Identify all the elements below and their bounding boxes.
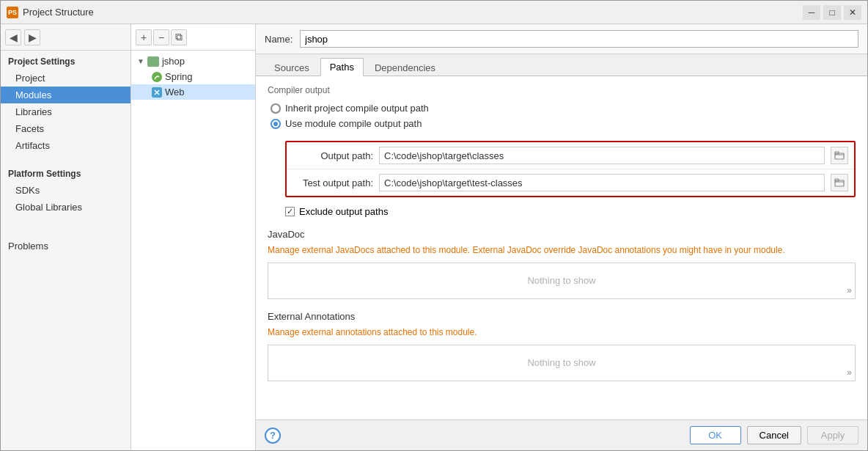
- sidebar-item-label-project: Project: [15, 73, 45, 84]
- apply-button[interactable]: Apply: [807, 426, 858, 444]
- panel-content: Compiler output Inherit project compile …: [256, 76, 867, 419]
- output-path-row: Output path:: [287, 142, 854, 169]
- tree-item-label-spring: Spring: [165, 71, 193, 82]
- sidebar-item-project[interactable]: Project: [1, 70, 130, 87]
- right-panel: Name: Sources Paths Dependencies Compile…: [256, 24, 867, 450]
- exclude-checkbox[interactable]: [285, 207, 295, 216]
- javadoc-empty-box: Nothing to show »: [268, 263, 856, 299]
- sidebar-item-modules[interactable]: Modules: [1, 87, 130, 103]
- tree-item-web[interactable]: Web: [131, 84, 255, 100]
- javadoc-desc: Manage external JavaDocs attached to thi…: [268, 244, 856, 257]
- main-window: PS Project Structure ─ □ ✕ ◀ ▶ Project S…: [0, 0, 868, 451]
- javadoc-expand-icon[interactable]: »: [847, 285, 852, 296]
- exclude-checkbox-row: Exclude output paths: [285, 206, 856, 217]
- output-path-input[interactable]: [379, 147, 825, 164]
- minimize-button[interactable]: ─: [803, 5, 820, 20]
- tree-item-label-web: Web: [165, 87, 185, 98]
- tree-arrow-icon: ▼: [137, 57, 144, 65]
- tree-toolbar: + − ⧉: [131, 24, 255, 51]
- tab-sources[interactable]: Sources: [265, 59, 319, 76]
- tree-add-button[interactable]: +: [136, 29, 152, 45]
- ext-annotations-empty-text: Nothing to show: [527, 357, 595, 368]
- sidebar-item-problems[interactable]: Problems: [1, 238, 130, 254]
- compiler-output-title: Compiler output: [268, 85, 856, 95]
- tree-item-spring[interactable]: Spring: [131, 69, 255, 84]
- test-output-browse-button[interactable]: [831, 174, 848, 191]
- app-icon: PS: [7, 7, 18, 18]
- window-title: Project Structure: [23, 7, 803, 18]
- javadoc-empty-text: Nothing to show: [527, 275, 595, 286]
- tab-dependencies[interactable]: Dependencies: [365, 59, 445, 76]
- sidebar-item-facets[interactable]: Facets: [1, 120, 130, 137]
- project-settings-title: Project Settings: [1, 51, 130, 70]
- tree-copy-button[interactable]: ⧉: [171, 29, 187, 45]
- sidebar-item-sdks[interactable]: SDKs: [1, 182, 130, 199]
- sidebar-item-artifacts[interactable]: Artifacts: [1, 137, 130, 154]
- ext-annotations-section: External Annotations Manage external ann…: [268, 311, 856, 381]
- test-output-path-row: Test output path:: [287, 169, 854, 196]
- name-input[interactable]: [300, 30, 858, 48]
- close-button[interactable]: ✕: [844, 5, 861, 20]
- exclude-label: Exclude output paths: [299, 206, 388, 217]
- ext-annotations-title: External Annotations: [268, 311, 856, 322]
- test-output-path-input[interactable]: [379, 174, 825, 191]
- radio-inherit-circle: [271, 103, 281, 114]
- nav-forward-button[interactable]: ▶: [24, 29, 40, 45]
- sidebar-item-label-problems: Problems: [8, 241, 48, 252]
- radio-use-module[interactable]: Use module compile output path: [271, 118, 856, 129]
- tree-item-jshop[interactable]: ▼ jshop: [131, 54, 255, 69]
- sidebar-item-global-libraries[interactable]: Global Libraries: [1, 199, 130, 216]
- ext-annotations-desc: Manage external annotations attached to …: [268, 326, 856, 339]
- javadoc-title: JavaDoc: [268, 229, 856, 240]
- sidebar-item-label-global-libraries: Global Libraries: [15, 202, 82, 213]
- sidebar-item-label-facets: Facets: [15, 123, 44, 134]
- test-output-label: Test output path:: [293, 177, 373, 188]
- bottom-bar: ? OK Cancel Apply: [256, 419, 867, 450]
- help-button[interactable]: ?: [265, 428, 281, 444]
- window-controls: ─ □ ✕: [803, 5, 861, 20]
- web-icon: [152, 87, 162, 98]
- name-row: Name:: [256, 24, 867, 54]
- radio-inherit-label: Inherit project compile output path: [285, 103, 429, 114]
- sidebar-item-label-libraries: Libraries: [15, 106, 52, 117]
- radio-group: Inherit project compile output path Use …: [268, 103, 856, 129]
- sidebar: ◀ ▶ Project Settings Project Modules Lib…: [1, 24, 131, 450]
- spring-icon: [152, 72, 162, 82]
- ok-button[interactable]: OK: [690, 426, 741, 444]
- sidebar-toolbar: ◀ ▶: [1, 24, 130, 51]
- nav-back-button[interactable]: ◀: [5, 29, 21, 45]
- ext-annotations-empty-box: Nothing to show »: [268, 345, 856, 381]
- output-path-browse-button[interactable]: [831, 147, 848, 164]
- sidebar-item-libraries[interactable]: Libraries: [1, 103, 130, 120]
- tree-remove-button[interactable]: −: [153, 29, 169, 45]
- output-path-label: Output path:: [293, 150, 373, 161]
- title-bar: PS Project Structure ─ □ ✕: [1, 1, 867, 24]
- maximize-button[interactable]: □: [823, 5, 841, 20]
- radio-inherit[interactable]: Inherit project compile output path: [271, 103, 856, 114]
- jshop-module-icon: [147, 56, 159, 67]
- cancel-button[interactable]: Cancel: [747, 426, 801, 444]
- sidebar-item-label-sdks: SDKs: [15, 185, 40, 196]
- tree-item-label-jshop: jshop: [162, 56, 185, 67]
- tabs-row: Sources Paths Dependencies: [256, 54, 867, 76]
- output-paths-box: Output path: Test output path:: [285, 141, 856, 197]
- tree-content: ▼ jshop Spring Web: [131, 51, 255, 450]
- radio-use-module-label: Use module compile output path: [285, 118, 422, 129]
- name-label: Name:: [265, 34, 294, 45]
- tab-paths[interactable]: Paths: [320, 58, 364, 76]
- main-content: ◀ ▶ Project Settings Project Modules Lib…: [1, 24, 867, 450]
- tree-panel: + − ⧉ ▼ jshop Spring: [131, 24, 256, 450]
- sidebar-item-label-modules: Modules: [15, 89, 51, 100]
- platform-settings-title: Platform Settings: [1, 163, 130, 182]
- javadoc-section: JavaDoc Manage external JavaDocs attache…: [268, 229, 856, 299]
- ext-annotations-expand-icon[interactable]: »: [847, 367, 852, 378]
- radio-use-module-circle: [271, 119, 281, 129]
- sidebar-item-label-artifacts: Artifacts: [15, 140, 50, 151]
